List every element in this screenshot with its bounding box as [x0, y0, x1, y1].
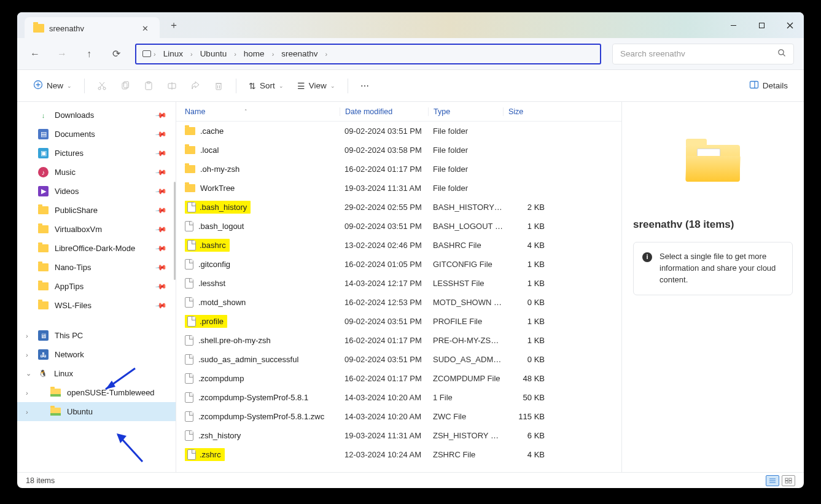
tree-item[interactable]: ›🖥This PC — [17, 326, 176, 345]
new-tab-button[interactable]: ＋ — [165, 16, 183, 34]
breadcrumb-item[interactable]: sreenathv — [276, 49, 322, 58]
file-name: .motd_shown — [198, 298, 246, 307]
close-icon[interactable]: ✕ — [139, 24, 151, 33]
file-row[interactable]: .lesshst14-03-2024 12:17 PMLESSHST File1… — [176, 274, 621, 293]
file-date: 09-02-2024 03:51 PM — [340, 222, 428, 231]
file-row[interactable]: .gitconfig16-02-2024 01:05 PMGITCONFIG F… — [176, 255, 621, 274]
minimize-button[interactable] — [719, 12, 747, 38]
status-bar: 18 items — [17, 472, 804, 488]
col-type[interactable]: Type — [428, 107, 503, 116]
new-button[interactable]: New ⌄ — [28, 77, 77, 94]
file-type: PRE-OH-MY-ZSH ... — [428, 336, 503, 345]
file-row[interactable]: .bash_history29-02-2024 02:55 PMBASH_HIS… — [176, 198, 621, 217]
delete-button[interactable] — [209, 79, 228, 93]
tree-item[interactable]: ›Ubuntu — [17, 402, 176, 421]
view-label: View — [309, 81, 327, 90]
file-size: 2 KB — [503, 203, 552, 212]
file-row[interactable]: .profile09-02-2024 03:51 PMPROFILE File1… — [176, 312, 621, 331]
details-title: sreenathv (18 items) — [633, 219, 793, 231]
sidebar-item[interactable]: AppTips📌 — [17, 277, 176, 296]
forward-button[interactable]: → — [54, 46, 70, 62]
search-box[interactable] — [612, 44, 794, 64]
thumbnails-view-toggle[interactable] — [782, 475, 795, 486]
sidebar-item[interactable]: ▣Pictures📌 — [17, 144, 176, 163]
tab-active[interactable]: sreenathv ✕ — [25, 17, 160, 38]
file-row[interactable]: .oh-my-zsh16-02-2024 01:17 PMFile folder — [176, 160, 621, 179]
details-toggle[interactable]: Details — [744, 77, 793, 94]
view-button[interactable]: ☰ View ⌄ — [292, 79, 340, 93]
sidebar-item[interactable]: VirtualboxVm📌 — [17, 220, 176, 239]
rename-button[interactable] — [162, 79, 182, 93]
back-button[interactable]: ← — [27, 46, 43, 62]
breadcrumb-item[interactable]: Ubuntu — [195, 49, 232, 58]
chevron-icon[interactable]: › — [26, 389, 28, 397]
pin-icon: 📌 — [155, 299, 167, 311]
tree-item[interactable]: ›🖧Network — [17, 345, 176, 364]
file-row[interactable]: .shell.pre-oh-my-zsh16-02-2024 01:17 PMP… — [176, 331, 621, 350]
column-headers[interactable]: Name˄ Date modified Type Size — [176, 102, 621, 122]
breadcrumb-item[interactable]: Linux — [158, 49, 188, 58]
details-view-toggle[interactable] — [766, 475, 779, 486]
chevron-icon[interactable]: ⌄ — [26, 370, 31, 378]
refresh-button[interactable]: ⟳ — [108, 46, 124, 62]
new-label: New — [47, 81, 63, 90]
file-row[interactable]: .bashrc13-02-2024 02:46 PMBASHRC File4 K… — [176, 236, 621, 255]
file-row[interactable]: WorkTree19-03-2024 11:31 AMFile folder — [176, 179, 621, 198]
folder-icon — [185, 127, 195, 135]
copy-button[interactable] — [115, 79, 135, 93]
file-row[interactable]: .zcompdump16-02-2024 01:17 PMZCOMPDUMP F… — [176, 369, 621, 388]
search-input[interactable] — [620, 49, 777, 58]
file-type: MOTD_SHOWN File — [428, 298, 503, 307]
folder-icon — [38, 225, 49, 233]
pin-icon: 📌 — [155, 280, 167, 292]
file-row[interactable]: .cache09-02-2024 03:51 PMFile folder — [176, 122, 621, 141]
details-info-text: Select a single file to get more informa… — [660, 252, 776, 284]
chevron-icon[interactable]: › — [26, 351, 28, 359]
file-list: Name˄ Date modified Type Size .cache09-0… — [176, 102, 621, 472]
file-row[interactable]: .bash_logout09-02-2024 03:51 PMBASH_LOGO… — [176, 217, 621, 236]
scrollbar[interactable] — [174, 182, 176, 280]
file-row[interactable]: .local09-02-2024 03:58 PMFile folder — [176, 141, 621, 160]
col-date[interactable]: Date modified — [340, 107, 428, 116]
col-size[interactable]: Size — [503, 107, 552, 116]
sidebar-item[interactable]: ↓Downloads📌 — [17, 106, 176, 125]
folder-icon — [185, 146, 195, 154]
chevron-down-icon: ⌄ — [279, 83, 284, 89]
file-type: ZWC File — [428, 412, 503, 421]
tree-item[interactable]: ⌄🐧Linux — [17, 364, 176, 383]
file-date: 19-03-2024 11:31 AM — [340, 431, 428, 440]
sidebar-item[interactable]: LibreOffice-Dark-Mode📌 — [17, 239, 176, 258]
sidebar-item[interactable]: Nano-Tips📌 — [17, 258, 176, 277]
chevron-icon[interactable]: › — [26, 408, 28, 416]
col-name[interactable]: Name — [185, 107, 205, 116]
more-button[interactable]: ⋯ — [356, 79, 374, 93]
share-button[interactable] — [185, 79, 205, 93]
paste-button[interactable] — [139, 79, 158, 93]
file-row[interactable]: .sudo_as_admin_successful09-02-2024 03:5… — [176, 350, 621, 369]
window-controls — [719, 12, 804, 38]
close-button[interactable] — [776, 12, 804, 38]
sort-button[interactable]: ⇅ Sort ⌄ — [244, 79, 289, 93]
chevron-right-icon: › — [190, 50, 193, 58]
sidebar-item[interactable]: ♪Music📌 — [17, 163, 176, 182]
breadcrumb-item[interactable]: home — [239, 49, 270, 58]
breadcrumb[interactable]: › Linux › Ubuntu › home › sreenathv › — [135, 44, 601, 64]
pin-icon: 📌 — [155, 223, 167, 235]
tree-item[interactable]: ›openSUSE-Tumbleweed — [17, 383, 176, 402]
file-row[interactable]: .zcompdump-SystemProf-5.8.1.zwc14-03-202… — [176, 407, 621, 426]
file-row[interactable]: .zshrc12-03-2024 10:24 AMZSHRC File4 KB — [176, 445, 621, 464]
sidebar-item[interactable]: ▶Videos📌 — [17, 182, 176, 201]
maximize-button[interactable] — [747, 12, 776, 38]
sidebar-item[interactable]: WSL-Files📌 — [17, 296, 176, 315]
sidebar-item[interactable]: ▤Documents📌 — [17, 125, 176, 144]
file-row[interactable]: .zcompdump-SystemProf-5.8.114-03-2024 10… — [176, 388, 621, 407]
nav-pane: ↓Downloads📌▤Documents📌▣Pictures📌♪Music📌▶… — [17, 102, 176, 472]
chevron-icon[interactable]: › — [26, 332, 28, 339]
file-size: 50 KB — [503, 393, 552, 402]
file-row[interactable]: .motd_shown16-02-2024 12:53 PMMOTD_SHOWN… — [176, 293, 621, 312]
sidebar-item[interactable]: PublicShare📌 — [17, 201, 176, 220]
file-name: .bash_history — [200, 203, 247, 212]
file-row[interactable]: .zsh_history19-03-2024 11:31 AMZSH_HISTO… — [176, 426, 621, 445]
up-button[interactable]: ↑ — [81, 46, 97, 62]
cut-button[interactable] — [92, 79, 112, 93]
